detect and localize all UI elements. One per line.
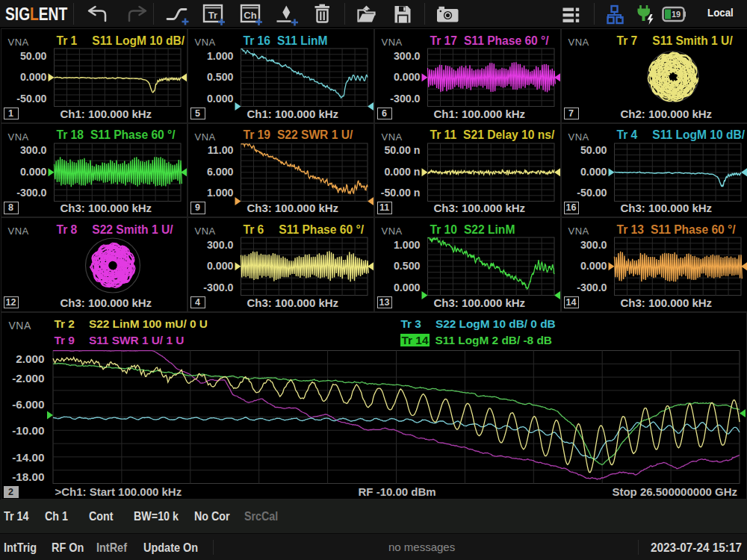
svg-text:Ch: Ch (244, 10, 256, 21)
svg-text:19: 19 (672, 10, 681, 19)
svg-text:Tr: Tr (208, 10, 217, 21)
